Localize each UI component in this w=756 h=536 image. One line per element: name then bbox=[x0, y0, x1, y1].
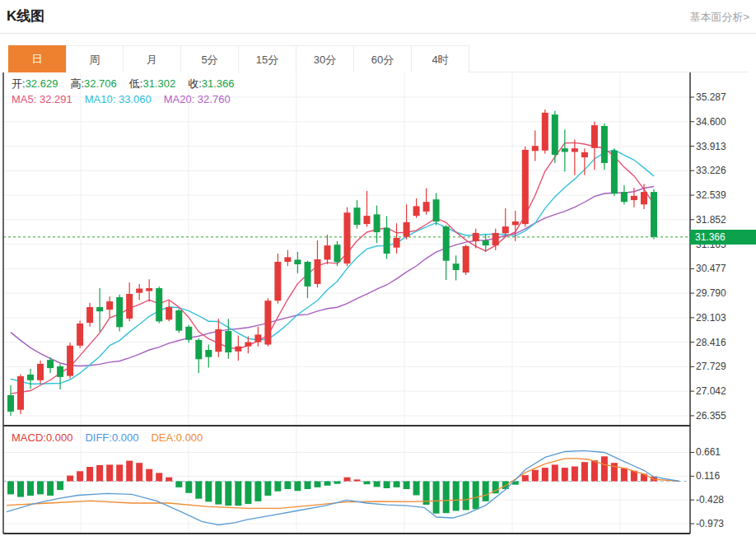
candle bbox=[7, 395, 14, 412]
ma5-line bbox=[11, 142, 654, 394]
candle bbox=[264, 301, 271, 344]
candle bbox=[17, 376, 24, 410]
price-tick-label: 33.913 bbox=[696, 141, 726, 152]
candle bbox=[57, 366, 63, 377]
candle bbox=[254, 334, 261, 342]
candle bbox=[86, 307, 93, 323]
macd-tick-label: -0.973 bbox=[696, 518, 724, 529]
candle bbox=[483, 240, 489, 245]
candle bbox=[404, 222, 410, 237]
macd-tick-label: 0.116 bbox=[696, 470, 720, 482]
candle bbox=[315, 259, 321, 284]
candle bbox=[591, 125, 598, 148]
candle bbox=[562, 148, 568, 151]
price-tick-label: 27.729 bbox=[696, 361, 726, 372]
price-tick-label: 27.042 bbox=[696, 385, 726, 397]
candle bbox=[185, 327, 192, 340]
candle bbox=[522, 150, 529, 224]
ohlc-open: 开:32.629 bbox=[12, 77, 58, 91]
ma-legend: MA5: 32.291MA10: 33.060MA20: 32.760 bbox=[12, 93, 231, 105]
candle bbox=[473, 233, 479, 241]
candle bbox=[245, 343, 251, 347]
candle bbox=[27, 375, 34, 380]
ma10-line bbox=[11, 150, 654, 384]
ohlc-legend: 开:32.629高:32.706低:31.302收:31.366 bbox=[12, 77, 235, 91]
macd-value: MACD:0.000 bbox=[12, 431, 72, 444]
candle bbox=[294, 259, 301, 264]
candle bbox=[423, 202, 430, 212]
candle bbox=[344, 212, 351, 263]
ma5-legend: MA5: 32.291 bbox=[12, 93, 72, 105]
candle bbox=[37, 364, 44, 380]
candle bbox=[433, 199, 440, 221]
candle bbox=[136, 289, 142, 293]
ma20-legend: MA20: 32.760 bbox=[164, 93, 231, 105]
candle bbox=[394, 238, 400, 248]
price-tick-label: 34.600 bbox=[696, 116, 726, 128]
ohlc-low: 低:31.302 bbox=[129, 77, 175, 91]
candle bbox=[443, 226, 450, 261]
candle bbox=[532, 146, 539, 151]
candle bbox=[502, 226, 509, 233]
macd-tick-label: 0.661 bbox=[696, 446, 721, 458]
candle bbox=[205, 350, 212, 357]
candle bbox=[552, 114, 558, 155]
candle bbox=[324, 245, 331, 259]
candle bbox=[651, 192, 657, 237]
candle bbox=[384, 228, 390, 254]
candle bbox=[542, 113, 548, 151]
candle bbox=[215, 329, 222, 352]
candle bbox=[374, 214, 380, 232]
diff-line bbox=[7, 450, 679, 524]
price-tick-label: 30.477 bbox=[696, 263, 726, 274]
price-tick-label: 28.416 bbox=[696, 337, 726, 348]
candle bbox=[512, 221, 519, 225]
candle bbox=[334, 245, 341, 262]
dea-value: DEA:0.000 bbox=[151, 431, 203, 444]
candle bbox=[581, 152, 588, 157]
candle bbox=[156, 288, 162, 321]
candle bbox=[235, 347, 241, 352]
candle bbox=[146, 288, 152, 291]
candle bbox=[274, 262, 281, 301]
candle bbox=[77, 324, 83, 346]
ma10-legend: MA10: 33.060 bbox=[85, 93, 152, 105]
candle bbox=[175, 310, 182, 331]
candle bbox=[126, 294, 133, 319]
macd-legend: MACD:0.000DIFF:0.000DEA:0.000 bbox=[12, 431, 203, 444]
candle bbox=[364, 216, 371, 224]
candle bbox=[195, 340, 202, 359]
ohlc-high: 高:32.706 bbox=[70, 77, 116, 91]
last-price-badge: 31.366 bbox=[690, 230, 756, 245]
candle bbox=[284, 257, 291, 262]
price-tick-label: 26.355 bbox=[696, 410, 726, 422]
candle bbox=[572, 148, 578, 151]
candle bbox=[463, 246, 469, 273]
candle bbox=[492, 233, 499, 245]
candle bbox=[354, 207, 361, 225]
candle bbox=[413, 206, 420, 216]
price-tick-label: 32.539 bbox=[696, 189, 726, 201]
candle bbox=[305, 262, 311, 287]
ohlc-close: 收:31.366 bbox=[188, 77, 234, 91]
candle bbox=[621, 192, 628, 202]
candle bbox=[106, 301, 113, 310]
price-tick-label: 29.103 bbox=[696, 312, 726, 324]
price-tick-label: 31.852 bbox=[696, 214, 726, 226]
candle bbox=[631, 196, 637, 200]
candle bbox=[96, 307, 103, 311]
price-tick-label: 29.790 bbox=[696, 287, 726, 299]
candle bbox=[601, 126, 608, 163]
candle bbox=[166, 307, 172, 319]
macd-tick-label: -0.428 bbox=[696, 494, 724, 506]
ma20-line bbox=[11, 187, 654, 366]
macd-histogram bbox=[7, 456, 657, 513]
candle bbox=[611, 151, 618, 193]
price-tick-label: 35.287 bbox=[696, 91, 726, 103]
candle bbox=[453, 263, 460, 270]
candle bbox=[641, 192, 647, 204]
candle bbox=[67, 346, 73, 376]
kline-widget: K线图 基本面分析> 日周月5分15分30分60分4时 开:32.629高:32… bbox=[0, 0, 756, 536]
candle bbox=[47, 360, 54, 368]
candle bbox=[225, 331, 231, 352]
